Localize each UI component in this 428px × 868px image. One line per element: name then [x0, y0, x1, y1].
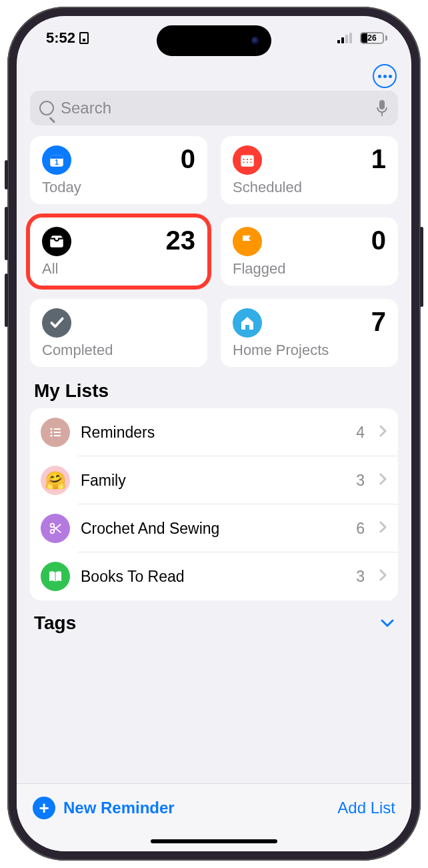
smart-list-all[interactable]: 23 All: [30, 218, 207, 286]
bottom-toolbar: + New Reminder Add List: [17, 783, 411, 831]
volume-down-button: [5, 274, 8, 327]
flag-icon: [233, 227, 262, 256]
search-icon: [39, 101, 54, 115]
new-reminder-button[interactable]: + New Reminder: [33, 797, 175, 819]
home-indicator[interactable]: [17, 831, 411, 851]
svg-point-8: [250, 159, 251, 160]
svg-point-9: [243, 161, 245, 163]
plus-circle-icon: +: [33, 797, 55, 819]
battery-icon: 26: [360, 32, 387, 44]
smart-list-label: Completed: [42, 342, 195, 359]
mic-icon[interactable]: [375, 99, 389, 117]
emoji-hug-icon: 🤗: [41, 466, 70, 495]
svg-point-12: [50, 428, 52, 430]
list-name: Family: [81, 472, 345, 490]
svg-point-14: [50, 434, 52, 436]
svg-point-13: [50, 431, 52, 433]
smart-list-count: 23: [166, 227, 196, 254]
calendar-icon: [233, 145, 262, 175]
my-lists-heading: My Lists: [34, 380, 394, 402]
list-bullet-icon: [41, 418, 70, 447]
chevron-right-icon: [379, 520, 387, 537]
list-name: Books To Read: [81, 568, 345, 586]
phone-screen: 5:52 26 Search: [17, 16, 411, 851]
check-icon: [42, 308, 71, 338]
mute-switch: [5, 160, 8, 189]
svg-rect-5: [241, 155, 254, 166]
more-options-button[interactable]: [373, 64, 397, 88]
smart-list-count: 0: [181, 145, 195, 172]
smart-list-today[interactable]: 1 0 Today: [30, 136, 207, 204]
phone-frame: 5:52 26 Search: [7, 7, 421, 861]
dynamic-island: [157, 25, 271, 56]
smart-list-completed[interactable]: Completed: [30, 299, 207, 367]
list-count: 6: [356, 520, 365, 538]
smart-list-scheduled[interactable]: 1 Scheduled: [221, 136, 398, 204]
smart-list-label: Today: [42, 179, 195, 196]
svg-point-10: [247, 161, 248, 163]
volume-up-button: [5, 207, 8, 260]
svg-rect-0: [379, 100, 385, 109]
smart-list-label: All: [42, 260, 195, 278]
smart-list-home[interactable]: 7 Home Projects: [221, 299, 398, 367]
svg-point-11: [250, 161, 251, 163]
svg-point-6: [243, 159, 245, 160]
list-row-family[interactable]: 🤗 Family 3: [30, 456, 398, 504]
list-row-books-to-read[interactable]: Books To Read 3: [30, 552, 398, 600]
new-reminder-label: New Reminder: [63, 799, 175, 817]
chevron-right-icon: [379, 424, 387, 441]
svg-rect-15: [54, 428, 61, 430]
search-placeholder: Search: [61, 99, 111, 117]
scissors-icon: [41, 514, 70, 543]
chevron-right-icon: [379, 568, 387, 585]
list-count: 3: [356, 568, 365, 586]
svg-point-7: [247, 159, 248, 160]
smart-list-label: Flagged: [233, 260, 386, 278]
tags-collapse-button[interactable]: [381, 614, 394, 632]
tags-heading: Tags: [34, 612, 76, 634]
chevron-right-icon: [379, 472, 387, 489]
smart-list-flagged[interactable]: 0 Flagged: [221, 218, 398, 286]
calendar-day-icon: 1: [42, 145, 71, 175]
smart-list-count: 7: [371, 308, 386, 335]
cellular-icon: [337, 33, 352, 43]
smart-list-count: 1: [371, 145, 386, 172]
add-list-button[interactable]: Add List: [337, 799, 395, 817]
house-icon: [233, 308, 262, 338]
list-row-crochet-and-sewing[interactable]: Crochet And Sewing 6: [30, 504, 398, 552]
tray-icon: [42, 227, 71, 256]
list-count: 3: [356, 472, 365, 490]
svg-rect-17: [54, 435, 61, 436]
smart-list-label: Scheduled: [233, 179, 386, 196]
list-count: 4: [356, 424, 365, 442]
smart-list-count: 0: [371, 227, 386, 254]
svg-text:1: 1: [55, 158, 59, 166]
status-time: 5:52: [46, 29, 75, 47]
smart-list-label: Home Projects: [233, 342, 386, 359]
svg-rect-16: [54, 432, 61, 433]
book-icon: [41, 562, 70, 591]
list-row-reminders[interactable]: Reminders 4: [30, 408, 398, 456]
power-button: [420, 227, 423, 307]
search-input[interactable]: Search: [30, 91, 398, 125]
list-name: Reminders: [81, 424, 345, 442]
sim-icon: [79, 32, 89, 44]
list-name: Crochet And Sewing: [81, 520, 345, 538]
